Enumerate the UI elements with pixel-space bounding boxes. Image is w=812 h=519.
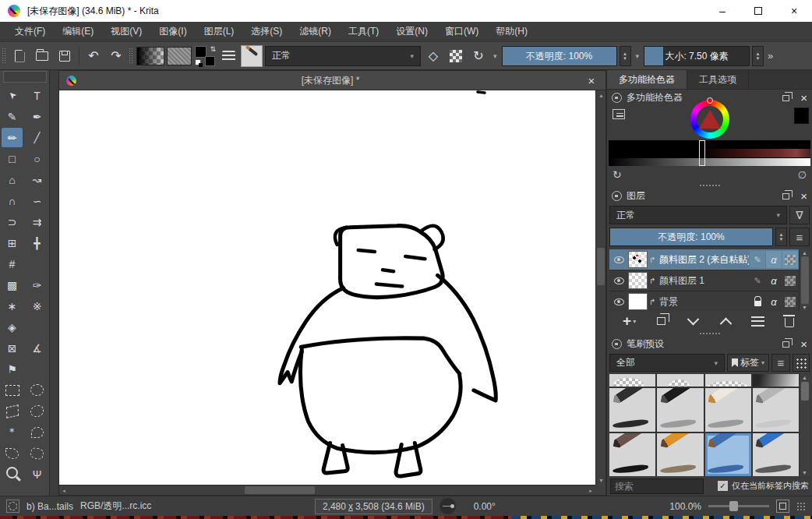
selection-mode-icon[interactable] [6,500,19,513]
magnetic-selection-tool[interactable] [26,443,48,463]
brush-option-slider-button[interactable] [218,46,238,66]
zoom-slider-handle[interactable] [729,501,738,511]
brush-presets-header[interactable]: 笔刷预设 × [607,336,812,352]
float-docker-icon[interactable] [782,95,789,101]
preset-pen-silver[interactable] [753,388,799,432]
freehand-brush-tool[interactable]: ✏ [2,128,23,147]
text-tool[interactable]: T [26,86,48,105]
gradient-chooser-button[interactable] [136,47,164,65]
layer-visibility-button[interactable] [609,277,628,284]
hscroll-thumb[interactable] [245,486,315,494]
lock-icon[interactable] [612,339,622,349]
menu-item[interactable]: 视图(V) [102,22,150,41]
hscroll-track[interactable] [69,485,586,495]
layer-row[interactable]: ↱ 颜料图层 1 ✎ α [609,270,799,291]
open-document-button[interactable] [32,46,52,66]
measure-tool[interactable]: ⊠ [2,338,23,358]
chevron-down-icon[interactable]: ▾ [491,52,500,60]
line-tool[interactable]: ╱ [26,128,48,147]
select-shapes-tool[interactable]: ➤ [0,81,26,110]
toolbar-grip[interactable] [2,48,7,65]
window-resize-grip[interactable] [796,502,806,511]
dynamic-brush-tool[interactable]: ⊃ [2,212,23,231]
float-docker-icon[interactable] [782,341,789,348]
layer-list-scrollbar[interactable]: ▲ ▼ [799,249,810,311]
hsv-triangle[interactable] [699,110,721,129]
scroll-down-icon[interactable]: ▼ [802,470,807,475]
reset-colors-icon[interactable] [195,59,201,65]
zoom-reset-button[interactable] [776,500,789,513]
transform-tool[interactable]: ⊞ [2,233,23,252]
layer-thumbnail[interactable] [628,251,648,268]
chevron-down-icon[interactable]: ▾ [634,52,642,60]
scroll-thumb[interactable] [801,256,809,304]
preset-eraser-soft[interactable] [705,374,751,387]
spin-down-icon[interactable]: ▼ [779,237,784,242]
preset-brush-orange[interactable] [657,433,703,477]
ellipse-tool[interactable]: ○ [26,149,48,168]
layer-name[interactable]: 颜料图层 1 [659,274,749,288]
crop-tool[interactable]: # [2,254,23,274]
layer-row[interactable]: ↱ 背景 α [609,291,799,311]
freehand-path-tool[interactable]: ∽ [26,191,48,210]
new-document-button[interactable] [9,46,30,66]
vscroll-thumb[interactable] [597,248,605,285]
color-profile-label[interactable]: RGB/透明...rc.icc [80,500,151,513]
pattern-chooser-button[interactable] [167,47,192,65]
layer-properties-button[interactable] [742,316,774,327]
layer-visibility-button[interactable] [609,256,628,263]
layers-docker-header[interactable]: 图层 × [607,188,812,204]
float-docker-icon[interactable] [782,193,789,199]
eraser-mode-button[interactable]: ◇ [423,46,443,66]
picker-settings-icon[interactable] [613,109,625,119]
alpha-lock-icon[interactable]: α [766,293,782,310]
zoom-tool[interactable] [2,464,23,484]
preset-filter-dropdown[interactable]: 全部 ▾ [609,354,725,372]
menu-item[interactable]: 设置(N) [387,22,436,41]
layer-name[interactable]: 背景 [659,295,749,309]
color-wheel[interactable] [690,100,729,139]
opacity-slider[interactable]: 不透明度: 100% [502,46,617,66]
document-close-icon[interactable]: × [584,74,598,87]
assistants-tool[interactable]: ∡ [26,338,48,358]
polygonal-selection-tool[interactable] [2,401,23,421]
hue-slider[interactable] [609,140,810,148]
current-brush-name[interactable]: b) Ba...tails [26,501,73,512]
move-tool[interactable]: ╋ [26,233,48,252]
menu-item[interactable]: 图层(L) [196,22,243,41]
layer-lock-icon[interactable]: ✎ [750,272,765,289]
scroll-up-icon[interactable]: ▲ [802,250,807,256]
spin-down-icon[interactable]: ▼ [756,56,761,61]
undo-button[interactable]: ↶ [83,46,104,66]
preserve-alpha-button[interactable] [446,46,466,66]
save-button[interactable] [55,46,75,66]
scroll-up-icon[interactable]: ▲ [596,90,606,100]
color-sampler-tool[interactable]: ✑ [26,275,48,295]
rectangle-tool[interactable]: □ [2,149,23,168]
tab-advanced-color-selector[interactable]: 多功能拾色器 [607,70,687,89]
swap-colors-icon[interactable]: ⇅ [210,45,216,53]
toolbar-overflow-button[interactable]: » [768,50,773,62]
canvas[interactable] [59,90,595,485]
layer-options-button[interactable]: ≡ [789,228,810,246]
tab-tool-options[interactable]: 工具选项 [687,70,749,89]
document-titlebar[interactable]: [未保存图像] * × [59,71,605,90]
menu-item[interactable]: 窗口(W) [436,22,487,41]
menu-item[interactable]: 滤镜(R) [291,22,340,41]
similar-color-selection-tool[interactable] [26,422,48,442]
move-layer-up-button[interactable] [710,317,742,326]
delete-layer-button[interactable] [774,315,806,327]
canvas-horizontal-scrollbar[interactable]: ◂ ▸ [59,485,595,495]
foreground-background-color-widget[interactable]: ⇅ [194,45,216,66]
slider-marker-icon[interactable] [699,140,705,166]
move-layer-down-button[interactable] [677,317,709,326]
spacer[interactable] [26,359,48,379]
layer-thumbnail[interactable] [628,293,648,310]
close-docker-icon[interactable]: × [800,339,807,349]
reference-images-tool[interactable]: ⚑ [2,359,23,379]
layer-filter-button[interactable]: ∇ [789,206,810,224]
menu-item[interactable]: 编辑(E) [54,22,102,41]
alpha-checker-icon[interactable] [782,272,798,289]
preset-eraser-small[interactable] [657,374,703,387]
layer-blend-mode-dropdown[interactable]: 正常 ▾ [609,206,787,224]
